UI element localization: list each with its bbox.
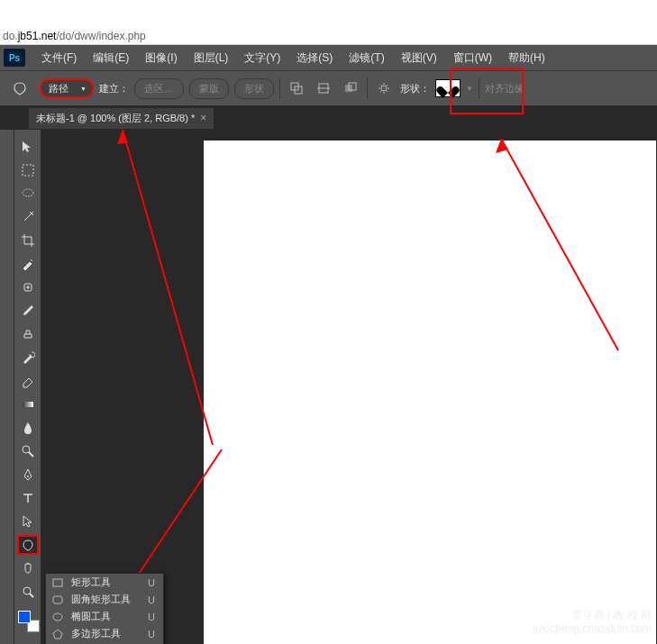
flyout-ellipse-tool[interactable]: 椭圆工具 U bbox=[46, 608, 163, 625]
ruler-gutter bbox=[0, 130, 14, 644]
flyout-polygon-tool[interactable]: 多边形工具 U bbox=[46, 625, 163, 642]
photoshop-window: Ps 文件(F) 编辑(E) 图像(I) 图层(L) 文字(Y) 选择(S) 滤… bbox=[0, 45, 657, 644]
shape-tool-flyout: 矩形工具 U 圆角矩形工具 U 椭圆工具 U 多边形工具 U 直线工具 U 自定… bbox=[45, 573, 164, 644]
ps-logo: Ps bbox=[4, 49, 25, 67]
type-tool[interactable] bbox=[17, 488, 39, 508]
options-bar: 路径 建立： 选区… 蒙版 形状 形状： ▼ 对齐边缘 bbox=[0, 70, 657, 106]
url-path: /do/dww/index.php bbox=[56, 30, 145, 42]
tool-preset-icon[interactable] bbox=[5, 76, 34, 101]
svg-point-11 bbox=[23, 446, 30, 453]
color-swatches[interactable] bbox=[16, 609, 40, 632]
close-icon[interactable]: × bbox=[200, 112, 206, 124]
chevron-down-icon[interactable]: ▼ bbox=[466, 85, 473, 93]
heart-icon bbox=[441, 82, 455, 95]
svg-point-14 bbox=[23, 587, 31, 594]
menu-help[interactable]: 帮助(H) bbox=[501, 48, 552, 68]
flyout-rounded-rectangle-tool[interactable]: 圆角矩形工具 U bbox=[46, 591, 163, 608]
eraser-tool[interactable] bbox=[17, 371, 39, 391]
document-tab-bar: 未标题-1 @ 100% (图层 2, RGB/8) * × bbox=[0, 106, 657, 130]
blur-tool[interactable] bbox=[17, 418, 39, 438]
polygon-icon bbox=[51, 628, 64, 640]
path-selection-tool[interactable] bbox=[17, 512, 39, 531]
history-brush-tool[interactable] bbox=[17, 348, 39, 367]
browser-address-bar: do.jb51.net/do/dww/index.php bbox=[0, 0, 657, 45]
document-canvas[interactable] bbox=[204, 141, 656, 644]
svg-rect-21 bbox=[53, 579, 62, 586]
healing-brush-tool[interactable] bbox=[17, 277, 39, 297]
svg-rect-10 bbox=[23, 402, 33, 407]
svg-line-12 bbox=[29, 452, 33, 457]
tools-panel bbox=[14, 130, 41, 644]
svg-marker-24 bbox=[53, 630, 62, 639]
flyout-rectangle-tool[interactable]: 矩形工具 U bbox=[46, 574, 163, 591]
menu-select[interactable]: 选择(S) bbox=[289, 48, 340, 68]
foreground-color[interactable] bbox=[18, 611, 31, 623]
url-prefix: do. bbox=[3, 30, 18, 42]
svg-rect-7 bbox=[23, 165, 33, 176]
divider bbox=[367, 77, 368, 99]
lasso-tool[interactable] bbox=[17, 184, 39, 204]
divider bbox=[279, 77, 280, 99]
dodge-tool[interactable] bbox=[17, 441, 39, 461]
menu-type[interactable]: 文字(Y) bbox=[237, 48, 287, 68]
eyedropper-tool[interactable] bbox=[17, 254, 39, 274]
menu-file[interactable]: 文件(F) bbox=[34, 48, 84, 68]
align-edges-label[interactable]: 对齐边缘 bbox=[485, 82, 525, 95]
svg-line-15 bbox=[30, 594, 33, 597]
menu-view[interactable]: 视图(V) bbox=[394, 48, 444, 68]
menu-bar: Ps 文件(F) 编辑(E) 图像(I) 图层(L) 文字(Y) 选择(S) 滤… bbox=[0, 45, 657, 70]
shape-label: 形状： bbox=[400, 82, 430, 95]
document-tab-title: 未标题-1 @ 100% (图层 2, RGB/8) * bbox=[36, 112, 195, 125]
ellipse-icon bbox=[51, 611, 64, 623]
path-operations-icon[interactable] bbox=[286, 77, 307, 99]
pen-tool[interactable] bbox=[17, 465, 39, 485]
custom-shape-tool[interactable] bbox=[17, 535, 39, 555]
hand-tool[interactable] bbox=[17, 558, 39, 578]
document-tab[interactable]: 未标题-1 @ 100% (图层 2, RGB/8) * × bbox=[29, 108, 214, 129]
svg-point-8 bbox=[23, 189, 33, 196]
shape-picker[interactable] bbox=[435, 79, 461, 97]
menu-layer[interactable]: 图层(L) bbox=[187, 48, 236, 68]
build-mask-button[interactable]: 蒙版 bbox=[189, 78, 229, 99]
build-selection-button[interactable]: 选区… bbox=[134, 78, 184, 99]
crop-tool[interactable] bbox=[17, 231, 39, 250]
move-tool[interactable] bbox=[17, 137, 39, 157]
path-alignment-icon[interactable] bbox=[313, 77, 334, 99]
menu-window[interactable]: 窗口(W) bbox=[446, 48, 499, 68]
magic-wand-tool[interactable] bbox=[17, 207, 39, 227]
menu-edit[interactable]: 编辑(E) bbox=[86, 48, 136, 68]
menu-image[interactable]: 图像(I) bbox=[138, 48, 184, 68]
svg-point-13 bbox=[27, 476, 29, 477]
gradient-tool[interactable] bbox=[17, 395, 39, 414]
svg-line-16 bbox=[123, 130, 213, 445]
zoom-tool[interactable] bbox=[17, 582, 39, 602]
build-shape-button[interactable]: 形状 bbox=[234, 78, 274, 99]
mode-dropdown[interactable]: 路径 bbox=[40, 78, 94, 98]
marquee-tool[interactable] bbox=[17, 160, 39, 180]
work-area: 查字典 | 教 程 网 jiaocheng.chazidian.com bbox=[0, 130, 657, 644]
gear-icon[interactable] bbox=[373, 77, 395, 99]
canvas-area[interactable]: 查字典 | 教 程 网 jiaocheng.chazidian.com bbox=[41, 130, 657, 644]
roundrect-icon bbox=[51, 594, 64, 606]
svg-point-23 bbox=[53, 613, 62, 621]
path-arrangement-icon[interactable] bbox=[340, 77, 361, 99]
svg-point-6 bbox=[381, 86, 387, 91]
divider bbox=[479, 77, 479, 99]
url-domain: jb51.net bbox=[18, 30, 57, 42]
clone-stamp-tool[interactable] bbox=[17, 324, 39, 344]
rect-icon bbox=[51, 576, 64, 589]
svg-rect-22 bbox=[53, 596, 62, 603]
brush-tool[interactable] bbox=[17, 301, 39, 321]
svg-marker-17 bbox=[117, 130, 128, 144]
menu-filter[interactable]: 滤镜(T) bbox=[342, 48, 391, 68]
build-label: 建立： bbox=[99, 82, 129, 95]
